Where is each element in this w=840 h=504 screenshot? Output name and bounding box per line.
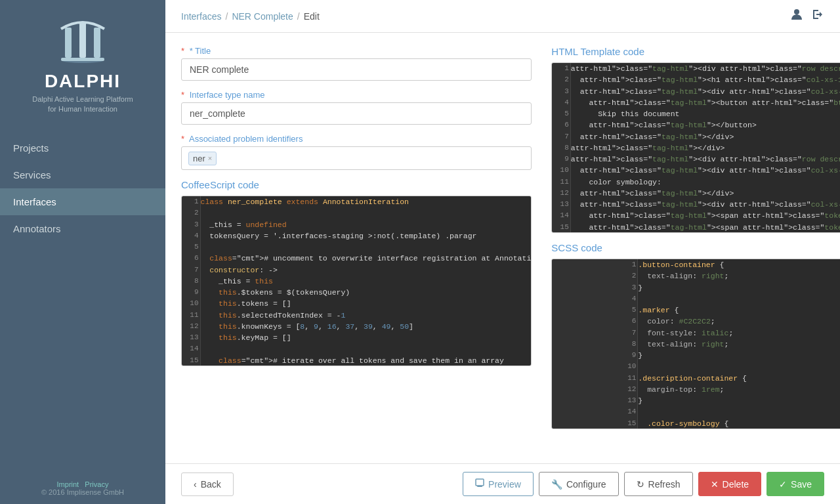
copyright-text: © 2016 Implisense GmbH xyxy=(41,488,124,496)
form-left: * * Title * Interface type name xyxy=(181,46,532,429)
scss-section: SCSS code 1.button-container {2 text-ali… xyxy=(551,242,840,429)
delete-icon: ✕ xyxy=(711,479,719,490)
user-icon[interactable] xyxy=(790,8,803,24)
breadcrumb-ner-complete[interactable]: NER Complete xyxy=(232,11,293,22)
breadcrumb-sep-2: / xyxy=(297,11,300,22)
sidebar-item-projects[interactable]: Projects xyxy=(0,135,165,161)
scss-title: SCSS code xyxy=(551,242,840,253)
coffeescript-title: CoffeeScript code xyxy=(181,179,532,190)
sidebar-nav: Projects Services Interfaces Annotators xyxy=(0,135,165,472)
sidebar-item-interfaces[interactable]: Interfaces xyxy=(0,188,165,215)
title-label: * * Title xyxy=(181,46,532,56)
action-bar: ‹ Back Preview 🔧 Configure ↻ Refresh ✕ D… xyxy=(165,463,840,504)
sidebar-footer: Imprint Privacy © 2016 Implisense GmbH xyxy=(41,472,124,504)
coffeescript-section: CoffeeScript code 1class ner_complete ex… xyxy=(181,179,532,366)
tag-remove-ner[interactable]: × xyxy=(208,154,212,162)
problem-identifiers-label: * Associated problem identifiers xyxy=(181,134,532,144)
title-input[interactable] xyxy=(181,58,532,81)
breadcrumb: Interfaces / NER Complete / Edit xyxy=(181,11,320,22)
tag-ner: ner × xyxy=(188,152,217,165)
save-button[interactable]: ✓ Save xyxy=(766,472,824,496)
action-right-buttons: Preview 🔧 Configure ↻ Refresh ✕ Delete ✓… xyxy=(463,472,824,496)
sidebar: DALPHI Dalphi Active Learning Platform f… xyxy=(0,0,165,504)
page-content: * * Title * Interface type name xyxy=(165,33,840,463)
html-template-title: HTML Template code xyxy=(551,46,840,57)
interface-type-field-group: * Interface type name xyxy=(181,90,532,125)
interface-type-input[interactable] xyxy=(181,102,532,125)
svg-rect-6 xyxy=(476,479,484,486)
svg-rect-2 xyxy=(79,22,86,58)
refresh-button[interactable]: ↻ Refresh xyxy=(624,472,693,496)
form-right: HTML Template code 1attr-html">class="ta… xyxy=(551,46,840,429)
interface-type-label: * Interface type name xyxy=(181,90,532,100)
header-icons xyxy=(790,8,824,24)
logout-icon[interactable] xyxy=(811,8,824,24)
logo-area: DALPHI Dalphi Active Learning Platform f… xyxy=(26,0,139,121)
imprint-link[interactable]: Imprint xyxy=(57,480,79,488)
svg-rect-1 xyxy=(65,28,72,58)
back-button[interactable]: ‹ Back xyxy=(181,472,234,496)
coffeescript-editor[interactable]: 1class ner_complete extends AnnotationIt… xyxy=(181,196,532,366)
check-icon: ✓ xyxy=(779,479,787,490)
refresh-icon: ↻ xyxy=(637,479,644,490)
app-subtitle: Dalphi Active Learning Platform for Huma… xyxy=(26,94,139,115)
configure-button[interactable]: 🔧 Configure xyxy=(539,472,619,496)
main-content: Interfaces / NER Complete / Edit xyxy=(165,0,840,504)
sidebar-item-services[interactable]: Services xyxy=(0,161,165,188)
privacy-link[interactable]: Privacy xyxy=(85,480,108,488)
wrench-icon: 🔧 xyxy=(551,479,562,490)
breadcrumb-sep-1: / xyxy=(225,11,228,22)
preview-icon xyxy=(475,478,484,490)
svg-rect-4 xyxy=(61,58,104,61)
svg-rect-7 xyxy=(477,486,482,487)
breadcrumb-edit: Edit xyxy=(304,11,320,22)
scss-editor[interactable]: 1.button-container {2 text-align: right;… xyxy=(551,259,840,429)
dalphi-logo-icon xyxy=(53,13,112,66)
form-grid: * * Title * Interface type name xyxy=(181,46,824,429)
svg-point-5 xyxy=(794,9,799,14)
sidebar-item-annotators[interactable]: Annotators xyxy=(0,215,165,242)
preview-button[interactable]: Preview xyxy=(463,472,534,496)
problem-identifiers-input[interactable]: ner × xyxy=(181,146,532,170)
breadcrumb-interfaces[interactable]: Interfaces xyxy=(181,11,221,22)
problem-identifiers-field-group: * Associated problem identifiers ner × xyxy=(181,134,532,170)
title-field-group: * * Title xyxy=(181,46,532,81)
back-arrow-icon: ‹ xyxy=(194,479,197,490)
html-editor[interactable]: 1attr-html">class="tag-html"><div attr-h… xyxy=(551,62,840,233)
svg-rect-3 xyxy=(94,28,100,58)
page-header: Interfaces / NER Complete / Edit xyxy=(165,0,840,33)
app-title: DALPHI xyxy=(45,71,121,92)
html-template-section: HTML Template code 1attr-html">class="ta… xyxy=(551,46,840,233)
delete-button[interactable]: ✕ Delete xyxy=(698,472,761,496)
